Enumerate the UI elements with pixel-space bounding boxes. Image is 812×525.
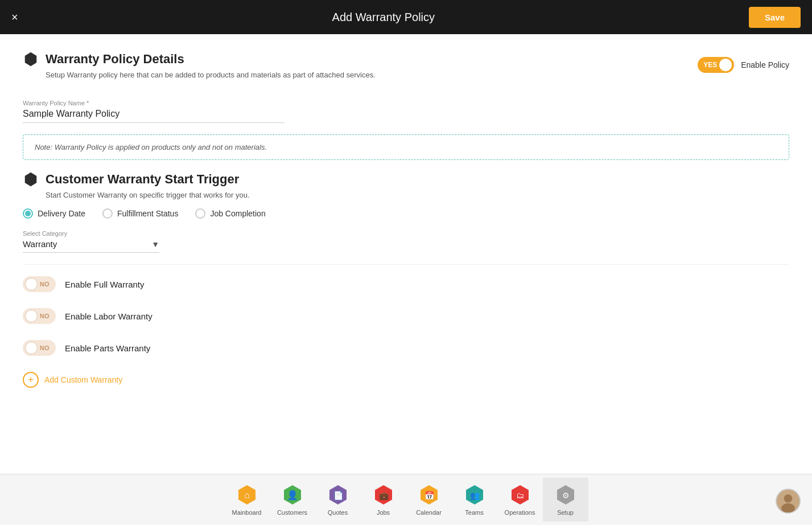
svg-marker-0: [25, 52, 37, 66]
close-button[interactable]: ×: [11, 11, 18, 24]
avatar[interactable]: [776, 489, 801, 514]
nav-item-jobs[interactable]: 💼 Jobs: [361, 478, 406, 522]
nav-item-teams[interactable]: 👥 Teams: [452, 478, 497, 522]
radio-delivery-date[interactable]: Delivery Date: [23, 208, 85, 219]
full-warranty-label: Enable Full Warranty: [65, 280, 145, 289]
svg-point-19: [784, 494, 793, 503]
customers-icon: 👤: [281, 483, 304, 506]
warranty-name-value[interactable]: Sample Warranty Policy: [23, 109, 285, 123]
svg-text:⚙: ⚙: [562, 491, 569, 500]
toggle-no-label-labor: NO: [40, 313, 50, 319]
nav-item-mainboard[interactable]: ⌂ Mainboard: [224, 478, 270, 522]
note-box: Note: Warranty Policy is applied on prod…: [23, 134, 789, 160]
mainboard-icon: ⌂: [236, 483, 258, 506]
nav-label-setup: Setup: [557, 509, 574, 516]
save-button[interactable]: Save: [749, 7, 801, 28]
warranty-toggles: NO Enable Full Warranty NO Enable Labor …: [23, 276, 789, 356]
full-warranty-toggle[interactable]: NO: [23, 276, 56, 292]
radio-circle-delivery: [23, 208, 33, 219]
labor-warranty-label: Enable Labor Warranty: [65, 311, 152, 321]
nav-label-operations: Operations: [505, 509, 535, 516]
toggle-yes-label: YES: [703, 61, 717, 69]
bottom-navigation: ⌂ Mainboard 👤 Customers 📄 Quotes 💼 Jobs …: [0, 474, 812, 525]
trigger-subtitle: Start Customer Warranty on specific trig…: [46, 191, 789, 199]
radio-fulfillment[interactable]: Fulfillment Status: [102, 208, 178, 219]
svg-text:💼: 💼: [378, 491, 389, 501]
nav-label-customers: Customers: [277, 509, 307, 516]
svg-text:📅: 📅: [424, 491, 434, 501]
toggle-no-label-full: NO: [40, 281, 50, 288]
svg-text:⌂: ⌂: [244, 490, 250, 500]
toggle-no-circle-labor: [25, 310, 38, 322]
parts-warranty-toggle[interactable]: NO: [23, 340, 56, 356]
add-custom-plus-icon: +: [23, 372, 39, 388]
warranty-details-title: Warranty Policy Details: [46, 52, 184, 67]
parts-warranty-toggle-row: NO Enable Parts Warranty: [23, 340, 789, 356]
svg-text:📄: 📄: [333, 491, 343, 501]
toggle-no-circle-parts: [25, 342, 38, 354]
radio-label-job: Job Completion: [210, 209, 265, 218]
warranty-details-header: Warranty Policy Details: [23, 51, 376, 67]
toggle-no-label-parts: NO: [40, 344, 50, 351]
page-title: Add Warranty Policy: [332, 11, 435, 24]
select-category-group: Select Category Warranty ▼: [23, 230, 789, 253]
svg-text:👥: 👥: [469, 491, 480, 501]
avatar-image: [777, 489, 799, 514]
nav-label-jobs: Jobs: [377, 509, 390, 516]
nav-label-teams: Teams: [465, 509, 483, 516]
radio-label-fulfillment: Fulfillment Status: [117, 209, 178, 218]
jobs-icon: 💼: [372, 483, 395, 506]
labor-warranty-toggle[interactable]: NO: [23, 308, 56, 324]
main-content: Warranty Policy Details Setup Warranty p…: [0, 34, 812, 474]
svg-point-20: [781, 503, 795, 514]
nav-label-quotes: Quotes: [328, 509, 348, 516]
setup-icon: ⚙: [554, 483, 577, 506]
select-category-value: Warranty: [23, 239, 151, 249]
enable-policy-toggle[interactable]: YES: [698, 57, 734, 73]
select-category-label: Select Category: [23, 230, 789, 237]
radio-job-completion[interactable]: Job Completion: [195, 208, 265, 219]
radio-circle-fulfillment: [102, 208, 113, 219]
warranty-name-label: Warranty Policy Name *: [23, 100, 789, 106]
nav-label-mainboard: Mainboard: [232, 509, 262, 516]
quotes-icon: 📄: [327, 483, 349, 506]
labor-warranty-toggle-row: NO Enable Labor Warranty: [23, 308, 789, 324]
calendar-icon: 📅: [418, 483, 440, 506]
trigger-header: Customer Warranty Start Trigger: [23, 171, 789, 187]
nav-item-operations[interactable]: 🗂 Operations: [497, 478, 543, 522]
nav-label-calendar: Calendar: [416, 509, 442, 516]
svg-marker-1: [25, 173, 37, 186]
full-warranty-toggle-row: NO Enable Full Warranty: [23, 276, 789, 292]
svg-text:🗂: 🗂: [516, 491, 524, 500]
radio-label-delivery: Delivery Date: [38, 209, 85, 218]
warranty-details-subtitle: Setup Warranty policy here that can be a…: [46, 71, 376, 79]
trigger-title: Customer Warranty Start Trigger: [46, 172, 239, 187]
section-hex-icon: [23, 51, 39, 67]
chevron-down-icon: ▼: [151, 240, 159, 249]
trigger-section: Customer Warranty Start Trigger Start Cu…: [23, 171, 789, 253]
teams-icon: 👥: [463, 483, 486, 506]
nav-item-customers[interactable]: 👤 Customers: [270, 478, 315, 522]
nav-item-quotes[interactable]: 📄 Quotes: [315, 478, 361, 522]
radio-circle-job: [195, 208, 205, 219]
toggle-no-circle-full: [25, 278, 38, 290]
trigger-radio-group: Delivery Date Fulfillment Status Job Com…: [23, 208, 789, 219]
operations-icon: 🗂: [509, 483, 531, 506]
enable-policy-label: Enable Policy: [741, 60, 789, 69]
svg-text:👤: 👤: [287, 490, 298, 501]
parts-warranty-label: Enable Parts Warranty: [65, 343, 150, 353]
add-custom-label: Add Custom Warranty: [44, 375, 122, 384]
trigger-hex-icon: [23, 171, 39, 187]
app-header: × Add Warranty Policy Save: [0, 0, 812, 34]
warranty-details-section: Warranty Policy Details Setup Warranty p…: [23, 51, 789, 160]
nav-item-calendar[interactable]: 📅 Calendar: [406, 478, 452, 522]
select-category-dropdown[interactable]: Warranty ▼: [23, 239, 159, 253]
nav-item-setup[interactable]: ⚙ Setup: [543, 478, 588, 522]
toggle-circle: [719, 59, 732, 71]
warranty-name-field: Warranty Policy Name * Sample Warranty P…: [23, 100, 789, 123]
add-custom-warranty[interactable]: + Add Custom Warranty: [23, 372, 789, 388]
divider: [23, 264, 789, 265]
